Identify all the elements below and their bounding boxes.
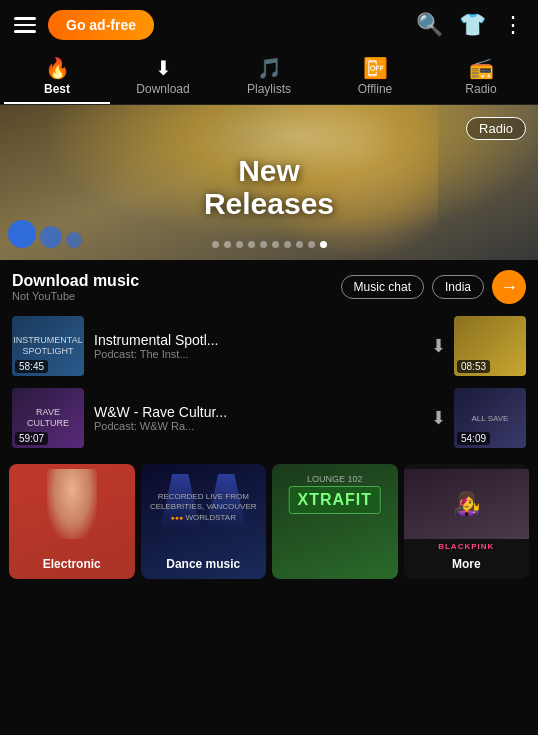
- podcast-info-1: Instrumental Spotl... Podcast: The Inst.…: [84, 332, 431, 360]
- podcast-thumb-right-1: 08:53: [454, 316, 526, 376]
- best-icon: 🔥: [45, 56, 70, 80]
- podcast-list: INSTRUMENTALSPOTLIGHT 58:45 Instrumental…: [0, 308, 538, 456]
- go-ad-free-button[interactable]: Go ad-free: [48, 10, 154, 40]
- blackpink-logo: BLACKPINK: [438, 542, 494, 551]
- bp-group-art: 👩‍🎤: [404, 469, 530, 539]
- tab-best[interactable]: 🔥 Best: [4, 50, 110, 104]
- tab-radio[interactable]: 📻 Radio: [428, 50, 534, 104]
- hero-title-line1: New: [0, 154, 538, 187]
- header-right: 🔍 👕 ⋮: [416, 12, 524, 38]
- genre-item-xtra[interactable]: LOUNGE 102 XTRAFIT: [272, 464, 398, 579]
- tab-radio-label: Radio: [465, 82, 496, 96]
- arrow-icon: →: [500, 277, 518, 298]
- genre-item-more[interactable]: 👩‍🎤 BLACKPINK More: [404, 464, 530, 579]
- genre-grid: Electronic RECORDED LIVE FROMCELEBRITIES…: [0, 456, 538, 579]
- menu-icon[interactable]: [14, 17, 36, 33]
- tab-download[interactable]: ⬇ Download: [110, 50, 216, 104]
- dot-7[interactable]: [284, 241, 291, 248]
- download-title-block: Download music Not YouTube: [12, 272, 139, 302]
- dot-2[interactable]: [224, 241, 231, 248]
- music-chat-pill[interactable]: Music chat: [341, 275, 424, 299]
- radio-icon: 📻: [469, 56, 494, 80]
- podcast-time-1: 58:45: [15, 360, 48, 373]
- genre-item-electronic[interactable]: Electronic: [9, 464, 135, 579]
- dot-10[interactable]: [320, 241, 327, 248]
- header-left: Go ad-free: [14, 10, 154, 40]
- download-icon: ⬇: [155, 56, 172, 80]
- dot-5[interactable]: [260, 241, 267, 248]
- genre-person-silhouette: [47, 469, 97, 539]
- podcast-right-time-1: 08:53: [457, 360, 490, 373]
- podcast-thumb-right-2: ALL SAVE 54:09: [454, 388, 526, 448]
- tab-offline-label: Offline: [358, 82, 392, 96]
- hero-pagination-dots: [0, 241, 538, 248]
- india-pill[interactable]: India: [432, 275, 484, 299]
- podcast-info-2: W&W - Rave Cultur... Podcast: W&W Ra...: [84, 404, 431, 432]
- tab-best-label: Best: [44, 82, 70, 96]
- profile-icon[interactable]: 👕: [459, 12, 486, 38]
- podcast-download-icon-2[interactable]: ⬇: [431, 407, 446, 429]
- nav-tabs: 🔥 Best ⬇ Download 🎵 Playlists 📴 Offline …: [0, 50, 538, 105]
- download-music-section: Download music Not YouTube Music chat In…: [0, 260, 538, 308]
- arrow-button[interactable]: →: [492, 270, 526, 304]
- playlists-icon: 🎵: [257, 56, 282, 80]
- header: Go ad-free 🔍 👕 ⋮: [0, 0, 538, 50]
- download-subtitle: Not YouTube: [12, 290, 139, 302]
- bp-group-emoji: 👩‍🎤: [453, 491, 480, 517]
- xtra-content: LOUNGE 102 XTRAFIT: [288, 474, 381, 514]
- dance-event-text: RECORDED LIVE FROMCELEBRITIES, VANCOUVER…: [141, 492, 267, 523]
- hero-banner[interactable]: Radio New Releases: [0, 105, 538, 260]
- podcast-download-icon-1[interactable]: ⬇: [431, 335, 446, 357]
- podcast-thumb-1: INSTRUMENTALSPOTLIGHT 58:45: [12, 316, 84, 376]
- hero-title-line2: Releases: [0, 187, 538, 220]
- podcast-name-1: Instrumental Spotl...: [94, 332, 421, 348]
- tab-offline[interactable]: 📴 Offline: [322, 50, 428, 104]
- offline-icon: 📴: [363, 56, 388, 80]
- download-title: Download music: [12, 272, 139, 290]
- hero-blobs: [0, 220, 90, 260]
- podcast-row-2[interactable]: RAVECULTURE 59:07 W&W - Rave Cultur... P…: [0, 382, 538, 454]
- search-icon[interactable]: 🔍: [416, 12, 443, 38]
- podcast-name-2: W&W - Rave Cultur...: [94, 404, 421, 420]
- dot-6[interactable]: [272, 241, 279, 248]
- genre-label-dance: Dance music: [141, 557, 267, 571]
- section-pills: Music chat India →: [341, 270, 526, 304]
- hero-title: New Releases: [0, 154, 538, 220]
- tab-playlists-label: Playlists: [247, 82, 291, 96]
- genre-label-electronic: Electronic: [9, 557, 135, 571]
- genre-label-more: More: [404, 557, 530, 571]
- dot-3[interactable]: [236, 241, 243, 248]
- dot-8[interactable]: [296, 241, 303, 248]
- dot-4[interactable]: [248, 241, 255, 248]
- genre-item-dance[interactable]: RECORDED LIVE FROMCELEBRITIES, VANCOUVER…: [141, 464, 267, 579]
- more-options-icon[interactable]: ⋮: [502, 12, 524, 38]
- podcast-sub-2: Podcast: W&W Ra...: [94, 420, 421, 432]
- dot-9[interactable]: [308, 241, 315, 248]
- podcast-row-1[interactable]: INSTRUMENTALSPOTLIGHT 58:45 Instrumental…: [0, 310, 538, 382]
- podcast-time-2: 59:07: [15, 432, 48, 445]
- dot-1[interactable]: [212, 241, 219, 248]
- hero-radio-badge[interactable]: Radio: [466, 117, 526, 140]
- podcast-right-time-2: 54:09: [457, 432, 490, 445]
- tab-download-label: Download: [136, 82, 189, 96]
- podcast-sub-1: Podcast: The Inst...: [94, 348, 421, 360]
- podcast-thumb-2: RAVECULTURE 59:07: [12, 388, 84, 448]
- tab-playlists[interactable]: 🎵 Playlists: [216, 50, 322, 104]
